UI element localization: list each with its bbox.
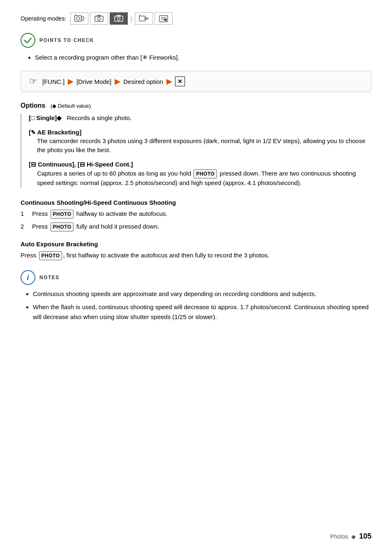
auto-exposure-section: Auto Exposure Bracketing Press PHOTO, fi… — [21, 241, 371, 260]
continuous-shooting-heading: Continuous Shooting/Hi-Speed Continuous … — [21, 199, 371, 206]
photo-button-step1: PHOTO — [51, 210, 74, 219]
note-item-1: Continuous shooting speeds are approxima… — [33, 289, 371, 299]
bullet-item-fireworks: Select a recording program other than [✳… — [35, 53, 371, 62]
option-single: [□ Single]◆ Records a single photo. — [29, 113, 371, 123]
mode-separator: | — [130, 14, 132, 23]
option-ae-bracketing: [✎ AE Bracketing] The camcorder records … — [29, 129, 371, 155]
photo-button-step2: PHOTO — [51, 222, 74, 231]
checkmark-icon — [23, 36, 32, 45]
continuous-shooting-section: Continuous Shooting/Hi-Speed Continuous … — [21, 199, 371, 231]
page-number: 105 — [359, 532, 371, 540]
page-footer: Photos ◆ 105 — [330, 532, 371, 541]
svg-rect-0 — [75, 16, 81, 21]
mode-box-5 — [154, 12, 173, 25]
svg-point-1 — [76, 17, 80, 20]
nav-path-box: ☞ [FUNC.] ▶ [Drive Mode] ▶ Desired optio… — [21, 71, 371, 92]
option-single-label: [□ Single]◆ — [29, 114, 63, 121]
step-1: 1 Press PHOTO halfway to activate the au… — [21, 209, 371, 219]
option-single-desc: Records a single photo. — [63, 114, 131, 121]
mode4-icon — [138, 14, 149, 23]
notes-header: i NOTES — [21, 270, 371, 285]
mode3-icon — [113, 14, 124, 23]
svg-point-5 — [98, 18, 101, 21]
nav-desired-option: Desired option — [123, 78, 163, 85]
note-item-2: When the flash is used, continuous shoot… — [33, 302, 371, 322]
nav-arrow-2: ▶ — [115, 77, 120, 86]
footer-diamond: ◆ — [351, 533, 356, 540]
nav-func: [FUNC.] — [42, 78, 65, 85]
single-icon: □ — [31, 114, 35, 121]
photo-button-ae: PHOTO — [39, 251, 62, 260]
options-list: [□ Single]◆ Records a single photo. [✎ A… — [21, 113, 371, 187]
mode-box-1 — [70, 12, 88, 25]
option-continuous: [⊟ Continuous], [⊟ Hi-Speed Cont.] Captu… — [29, 161, 371, 188]
nav-drive-mode: [Drive Mode] — [76, 78, 111, 85]
nav-arrow-1: ▶ — [68, 77, 73, 86]
notes-icon: i — [21, 270, 35, 285]
footer-text: Photos — [330, 533, 348, 540]
step-1-number: 1 — [21, 209, 27, 219]
bullet-section: Select a recording program other than [✳… — [21, 53, 371, 62]
finger-icon: ☞ — [29, 76, 37, 87]
points-to-check-label: POINTS TO CHECK — [39, 37, 94, 43]
option-continuous-label: [⊟ Continuous], [⊟ Hi-Speed Cont.] — [29, 161, 133, 168]
mode-box-4 — [135, 12, 153, 25]
options-default-note: (◆ Default value) — [51, 103, 91, 109]
step-2: 2 Press PHOTO fully and hold it pressed … — [21, 222, 371, 231]
mode1-icon — [74, 14, 85, 23]
svg-rect-18 — [164, 19, 167, 21]
mode5-icon — [158, 14, 169, 23]
auto-exposure-heading: Auto Exposure Bracketing — [21, 241, 371, 248]
svg-point-9 — [118, 18, 120, 21]
mode-box-2 — [90, 12, 108, 25]
mode-box-3 — [110, 12, 128, 25]
points-to-check-section: POINTS TO CHECK — [21, 33, 371, 48]
points-to-check-icon — [21, 33, 35, 48]
svg-rect-2 — [81, 17, 84, 20]
options-section: Options (◆ Default value) [□ Single]◆ Re… — [21, 102, 371, 187]
info-symbol: i — [27, 273, 29, 282]
svg-marker-13 — [145, 17, 148, 20]
step-1-text: Press PHOTO halfway to activate the auto… — [32, 209, 167, 219]
nav-arrow-3: ▶ — [166, 77, 172, 86]
mode2-icon — [94, 14, 104, 23]
step-2-number: 2 — [21, 222, 27, 231]
option-ae-desc: The camcorder records 3 photos using 3 d… — [29, 137, 371, 155]
continuous-shooting-steps: 1 Press PHOTO halfway to activate the au… — [21, 209, 371, 231]
options-title: Options — [21, 102, 45, 109]
photo-button-inline-1: PHOTO — [194, 169, 217, 178]
options-header: Options (◆ Default value) — [21, 102, 371, 109]
notes-label: NOTES — [39, 275, 60, 280]
notes-section: i NOTES Continuous shooting speeds are a… — [21, 270, 371, 322]
hi-speed-icon: ⊟ — [80, 161, 85, 168]
option-continuous-desc: Captures a series of up to 60 photos as … — [29, 169, 371, 188]
nav-close-box: ✕ — [175, 76, 185, 86]
cont-icon: ⊟ — [31, 161, 36, 168]
step-2-text: Press PHOTO fully and hold it pressed do… — [32, 222, 159, 231]
operating-modes-label: Operating modes: — [21, 15, 66, 22]
ae-icon: ✎ — [31, 129, 36, 136]
notes-list: Continuous shooting speeds are approxima… — [21, 289, 371, 322]
auto-exposure-desc: Press PHOTO, first halfway to activate t… — [21, 251, 371, 260]
svg-rect-12 — [139, 16, 145, 21]
operating-modes-bar: Operating modes: | — [21, 12, 371, 25]
option-ae-label: [✎ AE Bracketing] — [29, 129, 81, 136]
